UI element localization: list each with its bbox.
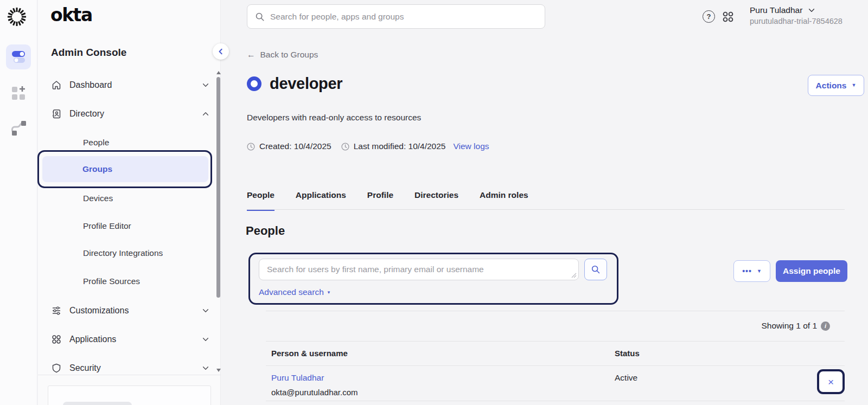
clock-icon bbox=[247, 143, 255, 151]
sidebar-item-security[interactable]: Security bbox=[51, 361, 209, 375]
chevron-up-icon bbox=[202, 110, 209, 118]
person-name-link[interactable]: Puru Tuladhar bbox=[271, 373, 324, 383]
chevron-down-icon bbox=[808, 7, 815, 14]
sidebar-scrollbar[interactable] bbox=[216, 77, 220, 298]
annotation-highlight-search: Advanced search ▾ bbox=[248, 253, 618, 305]
sidebar-item-label: Dashboard bbox=[69, 80, 194, 90]
table-row: Puru Tuladhar okta@purutuladhar.com Acti… bbox=[266, 365, 845, 401]
dropdown-triangle-icon: ▼ bbox=[757, 269, 762, 274]
sidebar-item-label: Customizations bbox=[69, 306, 194, 316]
sub-item-label: Directory Integrations bbox=[83, 248, 163, 258]
resize-handle-icon[interactable] bbox=[571, 273, 577, 278]
shield-icon bbox=[51, 363, 62, 374]
person-username: okta@purutuladhar.com bbox=[271, 388, 358, 397]
global-search bbox=[247, 4, 545, 29]
scrollbar-up-arrow[interactable] bbox=[216, 71, 221, 74]
sidebar-item-groups[interactable]: Groups bbox=[42, 156, 208, 182]
okta-spinner-logo-icon bbox=[6, 6, 28, 28]
assign-people-button[interactable]: Assign people bbox=[776, 260, 847, 282]
dropdown-triangle-icon: ▾ bbox=[328, 290, 330, 295]
card-placeholder bbox=[63, 402, 132, 405]
sidebar-item-customizations[interactable]: Customizations bbox=[51, 304, 209, 318]
tabs-border bbox=[247, 209, 845, 210]
status-value: Active bbox=[615, 373, 637, 383]
annotation-highlight-remove: × bbox=[817, 369, 845, 394]
workflows-icon[interactable] bbox=[6, 115, 31, 140]
back-to-groups-link[interactable]: ← Back to Groups bbox=[247, 50, 318, 60]
actions-label: Actions bbox=[816, 81, 847, 91]
modified-label: Last modified: 10/4/2025 bbox=[354, 142, 446, 151]
sliders-icon bbox=[51, 305, 62, 316]
tab-directories[interactable]: Directories bbox=[414, 190, 458, 211]
page-title: developer bbox=[270, 75, 342, 93]
group-tabs: People Applications Profile Directories … bbox=[247, 190, 528, 211]
chevron-down-icon bbox=[202, 364, 209, 372]
user-menu[interactable]: Puru Tuladhar purutuladhar-trial-7854628 bbox=[750, 5, 843, 25]
console-title: Admin Console bbox=[51, 47, 126, 59]
sidebar-item-applications[interactable]: Applications bbox=[51, 332, 209, 346]
showing-label: Showing 1 of 1 bbox=[761, 321, 817, 331]
annotation-highlight-groups: Groups bbox=[37, 150, 212, 188]
sub-item-label: People bbox=[83, 138, 109, 147]
help-icon[interactable]: ? bbox=[703, 10, 715, 23]
tab-profile[interactable]: Profile bbox=[367, 190, 393, 211]
sidebar-divider bbox=[38, 375, 221, 375]
table-border-bottom bbox=[266, 401, 845, 401]
admin-console-toggle-icon[interactable] bbox=[6, 44, 31, 69]
question-glyph: ? bbox=[707, 12, 711, 21]
icon-rail bbox=[0, 0, 37, 405]
clock-icon bbox=[341, 143, 349, 151]
chevron-down-icon bbox=[202, 307, 209, 314]
global-search-input[interactable] bbox=[270, 12, 537, 22]
back-arrow-icon: ← bbox=[247, 50, 256, 60]
sidebar-item-directory-integrations[interactable]: Directory Integrations bbox=[83, 247, 163, 260]
group-avatar bbox=[247, 76, 261, 91]
sidebar-item-profile-sources[interactable]: Profile Sources bbox=[83, 275, 140, 288]
sub-item-label: Devices bbox=[83, 194, 113, 203]
org-name: purutuladhar-trial-7854628 bbox=[750, 17, 843, 25]
tab-admin-roles[interactable]: Admin roles bbox=[480, 190, 528, 211]
info-icon[interactable]: i bbox=[821, 322, 830, 331]
sidebar-item-dashboard[interactable]: Dashboard bbox=[51, 78, 209, 92]
chevron-down-icon bbox=[202, 336, 209, 343]
back-label: Back to Groups bbox=[260, 50, 318, 60]
home-icon bbox=[51, 80, 62, 91]
chevron-left-icon bbox=[217, 48, 225, 55]
add-apps-icon[interactable] bbox=[6, 80, 31, 105]
main-content: ? Puru Tuladhar purutuladhar-trial-78546… bbox=[221, 0, 868, 405]
column-person: Person & username bbox=[271, 349, 348, 358]
sidebar-item-profile-editor[interactable]: Profile Editor bbox=[83, 220, 131, 233]
group-meta: Created: 10/4/2025 Last modified: 10/4/2… bbox=[247, 142, 489, 151]
sidebar-item-label: Directory bbox=[69, 109, 194, 119]
actions-button[interactable]: Actions ▼ bbox=[808, 75, 864, 96]
sidebar-item-label: Applications bbox=[69, 335, 194, 344]
sidebar-item-people[interactable]: People bbox=[83, 136, 109, 149]
sub-item-label: Profile Editor bbox=[83, 221, 131, 231]
scrollbar-down-arrow[interactable] bbox=[216, 369, 221, 372]
search-icon bbox=[255, 12, 265, 22]
app-switcher-icon[interactable] bbox=[721, 10, 735, 24]
group-description: Developers with read-only access to reso… bbox=[247, 113, 421, 123]
view-logs-link[interactable]: View logs bbox=[453, 142, 489, 151]
tab-people[interactable]: People bbox=[247, 190, 275, 211]
sidebar-bottom-card bbox=[48, 385, 211, 405]
user-name: Puru Tuladhar bbox=[750, 5, 802, 15]
apps-circles-icon bbox=[51, 334, 62, 345]
remove-member-button[interactable]: × bbox=[828, 377, 834, 387]
sub-item-label: Groups bbox=[82, 164, 112, 174]
section-divider bbox=[266, 311, 845, 311]
advanced-search-link[interactable]: Advanced search ▾ bbox=[259, 287, 330, 297]
tab-applications[interactable]: Applications bbox=[296, 190, 346, 211]
sidebar-item-devices[interactable]: Devices bbox=[83, 192, 113, 205]
sidebar-collapse-button[interactable] bbox=[213, 43, 229, 60]
more-actions-button[interactable]: ••• ▼ bbox=[733, 260, 770, 282]
column-status: Status bbox=[615, 349, 640, 358]
directory-badge-icon bbox=[51, 108, 62, 119]
sub-item-label: Profile Sources bbox=[83, 277, 140, 286]
people-search-button[interactable] bbox=[584, 259, 607, 280]
table-header: Person & username Status bbox=[266, 341, 845, 365]
people-search-input[interactable] bbox=[259, 259, 579, 280]
okta-wordmark: okta bbox=[50, 4, 92, 25]
more-dots-icon: ••• bbox=[742, 267, 752, 275]
sidebar-item-directory[interactable]: Directory bbox=[51, 107, 209, 121]
